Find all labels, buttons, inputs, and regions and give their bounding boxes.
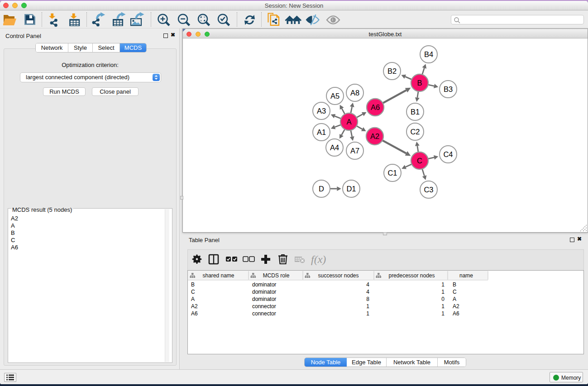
svg-text:C2: C2 (410, 128, 420, 136)
svg-text:A4: A4 (330, 143, 339, 152)
svg-text:C: C (417, 157, 422, 165)
svg-text:4: 4 (366, 281, 369, 288)
svg-text:A1: A1 (317, 128, 326, 136)
svg-text:B: B (417, 79, 422, 87)
svg-text:C: C (453, 289, 457, 295)
svg-text:1: 1 (441, 289, 445, 295)
svg-text:1: 1 (441, 310, 445, 317)
svg-text:A2: A2 (191, 303, 198, 310)
svg-text:B: B (191, 281, 195, 288)
svg-text:B3: B3 (444, 85, 453, 93)
svg-text:B2: B2 (387, 67, 397, 75)
svg-text:A: A (346, 118, 351, 126)
svg-text:connector: connector (252, 303, 276, 310)
svg-text:0: 0 (441, 296, 445, 302)
svg-text:connector: connector (252, 310, 276, 317)
svg-text:C: C (191, 289, 195, 295)
svg-text:dominator: dominator (252, 289, 276, 295)
svg-text:A2: A2 (370, 132, 379, 140)
svg-text:B1: B1 (411, 108, 420, 116)
svg-text:C4: C4 (443, 150, 453, 158)
svg-text:B4: B4 (424, 50, 433, 58)
svg-text:C1: C1 (387, 169, 397, 177)
svg-text:MCDS role: MCDS role (263, 272, 290, 279)
svg-text:1: 1 (441, 281, 445, 288)
svg-text:8: 8 (366, 296, 369, 302)
svg-text:4: 4 (366, 289, 369, 295)
svg-text:shared name: shared name (202, 272, 234, 279)
svg-text:A8: A8 (350, 89, 359, 97)
svg-text:B: B (453, 281, 456, 288)
svg-text:name: name (459, 272, 473, 279)
svg-text:A5: A5 (330, 92, 339, 100)
svg-text:A: A (191, 296, 195, 302)
svg-text:dominator: dominator (252, 296, 276, 302)
svg-text:A2: A2 (453, 303, 459, 310)
svg-text:successor nodes: successor nodes (318, 272, 359, 279)
svg-text:1: 1 (366, 310, 369, 317)
svg-text:A6: A6 (191, 310, 198, 317)
svg-text:A6: A6 (371, 103, 380, 111)
svg-text:dominator: dominator (252, 281, 276, 288)
svg-text:C3: C3 (424, 186, 433, 194)
svg-text:D: D (319, 185, 324, 193)
svg-text:f(x): f(x) (311, 253, 326, 265)
svg-text:1: 1 (366, 303, 369, 310)
svg-text:1: 1 (441, 303, 445, 310)
svg-text:A6: A6 (453, 310, 459, 317)
svg-text:A7: A7 (350, 147, 359, 155)
svg-text:A3: A3 (317, 107, 326, 115)
svg-text:predecessor nodes: predecessor nodes (388, 272, 435, 279)
svg-text:D1: D1 (346, 185, 356, 193)
svg-text:A: A (453, 296, 456, 302)
